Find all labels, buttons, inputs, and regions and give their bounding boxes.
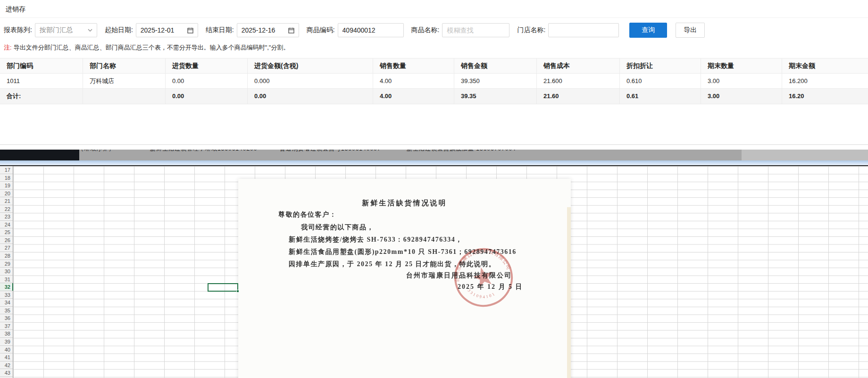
report-table-total-row: 合计:0.000.004.0039.3521.600.613.0016.20 <box>0 89 868 104</box>
product-name-input[interactable] <box>442 23 509 37</box>
table-total-cell: 3.00 <box>701 89 782 104</box>
table-total-cell: 0.00 <box>166 89 248 104</box>
embedded-notice-document: 新鲜生活缺货情况说明 尊敬的各位客户：我司经营的以下商品，新鲜生活烧烤签/烧烤去… <box>238 179 571 378</box>
report-table: 部门编码部门名称进货数量进货金额(含税)销售数量销售金额销售成本折扣折让期末数量… <box>0 58 868 104</box>
export-note: 注:导出文件分部门汇总、商品汇总、部门商品汇总三个表，不需分开导出。输入多个商品… <box>0 42 868 52</box>
panel-gap <box>0 145 868 150</box>
table-total-cell: 39.35 <box>454 89 537 104</box>
table-total-cell <box>83 89 166 104</box>
table-header-cell: 部门名称 <box>83 59 166 73</box>
table-cell: 21.600 <box>537 74 620 88</box>
report-panel: 进销存 报表陈列: 按部门汇总 起始日期: 2025-12-01 结束日期: 2… <box>0 0 868 145</box>
product-name-label: 商品名称: <box>411 26 440 34</box>
table-cell: 1011 <box>0 74 83 88</box>
table-header-cell: 期末数量 <box>701 59 782 73</box>
company-stamp: 台州市瑞康日用品科技有限公司 331094101 <box>448 242 519 313</box>
sheet-row-header[interactable]: 28 <box>0 252 13 260</box>
chevron-down-icon <box>88 29 92 32</box>
table-header-cell: 进货数量 <box>166 59 248 73</box>
table-header-cell: 销售金额 <box>454 59 537 73</box>
sheet-row-header[interactable]: 23 <box>0 213 13 221</box>
sheet-row-header[interactable]: 22 <box>0 205 13 213</box>
sheet-row-header[interactable]: 30 <box>0 268 13 276</box>
sheet-row-header[interactable]: 37 <box>0 322 13 330</box>
sheet-row-header[interactable]: 32 <box>0 283 13 291</box>
sheet-row-header[interactable]: 40 <box>0 346 13 354</box>
sheet-row-header[interactable]: 36 <box>0 314 13 322</box>
taskbar-strip[interactable]: 10（琳琅净界）新鲜生活连锁管理子琳琅13606140200普通消费者连锁直营号… <box>0 150 868 160</box>
sheet-row-headers[interactable]: 1718192021222324252627282930313233343536… <box>0 166 13 378</box>
table-total-cell: 0.61 <box>620 89 701 104</box>
sheet-row-header[interactable]: 24 <box>0 221 13 229</box>
sheet-row-header[interactable]: 31 <box>0 276 13 284</box>
spreadsheet[interactable]: 新鲜生活缺货情况说明 尊敬的各位客户：我司经营的以下商品，新鲜生活烧烤签/烧烤去… <box>0 166 868 378</box>
table-header-cell: 期末金额 <box>782 59 868 73</box>
sheet-row-header[interactable]: 34 <box>0 299 13 307</box>
table-cell: 39.350 <box>454 74 537 88</box>
end-date-value: 2025-12-16 <box>242 26 275 34</box>
sheet-row-header[interactable]: 27 <box>0 244 13 252</box>
product-code-label: 商品编码: <box>307 26 335 34</box>
table-cell: 0.000 <box>248 74 373 88</box>
table-header-cell: 销售成本 <box>537 59 620 73</box>
notice-line: 我司经营的以下商品， <box>301 223 374 232</box>
sheet-row-header[interactable]: 29 <box>0 260 13 268</box>
sheet-row-header[interactable]: 25 <box>0 228 13 236</box>
table-cell: 4.00 <box>373 74 454 88</box>
table-total-cell: 4.00 <box>373 89 454 104</box>
note-text: 导出文件分部门汇总、商品汇总、部门商品汇总三个表，不需分开导出。输入多个商品编码… <box>14 44 290 51</box>
sheet-row-header[interactable]: 41 <box>0 353 13 361</box>
note-prefix: 注: <box>4 44 12 51</box>
notice-line: 尊敬的各位客户： <box>278 210 337 219</box>
stamp-number: 331094101 <box>466 282 497 303</box>
sheet-row-header[interactable]: 39 <box>0 338 13 346</box>
notice-title: 新鲜生活缺货情况说明 <box>238 199 571 208</box>
taskbar-clipped-text: 普通消费者连锁直营号13606140007 <box>280 150 381 153</box>
sheet-grid[interactable]: 新鲜生活缺货情况说明 尊敬的各位客户：我司经营的以下商品，新鲜生活烧烤签/烧烤去… <box>13 166 868 378</box>
report-table-header-row: 部门编码部门名称进货数量进货金额(含税)销售数量销售金额销售成本折扣折让期末数量… <box>0 58 868 74</box>
notice-line: 新鲜生活烧烤签/烧烤去 SH-7633：6928947476334， <box>289 235 463 244</box>
taskbar-black-window[interactable] <box>0 150 79 160</box>
sheet-row-header[interactable]: 17 <box>0 166 13 174</box>
table-total-cell: 合计: <box>0 89 83 104</box>
table-header-cell: 销售数量 <box>373 59 454 73</box>
sheet-row-header[interactable]: 43 <box>0 369 13 377</box>
calendar-icon[interactable] <box>288 27 294 34</box>
product-code-input[interactable] <box>338 23 404 37</box>
table-header-cell: 折扣折让 <box>620 59 701 73</box>
sheet-row-header[interactable]: 19 <box>0 182 13 190</box>
table-total-cell: 16.20 <box>782 89 868 104</box>
calendar-icon[interactable] <box>187 27 193 34</box>
sheet-row-header[interactable]: 26 <box>0 236 13 244</box>
sheet-row-header[interactable]: 38 <box>0 330 13 338</box>
selected-cell[interactable] <box>208 283 238 292</box>
report-type-label: 报表陈列: <box>4 26 32 34</box>
query-button[interactable]: 查询 <box>629 23 667 38</box>
sheet-row-header[interactable]: 18 <box>0 174 13 182</box>
table-cell: 0.610 <box>620 74 701 88</box>
taskbar-clipped-text: 新鲜生活连锁管理子琳琅13606140200 <box>150 150 257 153</box>
export-button[interactable]: 导出 <box>676 23 705 38</box>
start-date-label: 起始日期: <box>105 26 133 34</box>
report-type-selected-value: 按部门汇总 <box>40 26 73 34</box>
start-date-input[interactable]: 2025-12-01 <box>136 23 198 37</box>
sheet-row-header[interactable]: 35 <box>0 307 13 315</box>
report-table-data-row: 1011万科城店0.000.0004.0039.35021.6000.6103.… <box>0 74 868 89</box>
report-type-select[interactable]: 按部门汇总 <box>35 23 97 37</box>
sheet-row-header[interactable]: 42 <box>0 361 13 370</box>
sheet-row-header[interactable]: 21 <box>0 197 13 205</box>
store-name-input[interactable] <box>548 23 619 37</box>
taskbar-clipped-text: 10（琳琅净界） <box>71 150 115 153</box>
table-total-cell: 21.60 <box>537 89 620 104</box>
sheet-row-header[interactable]: 33 <box>0 291 13 299</box>
end-date-label: 结束日期: <box>206 26 234 34</box>
sheet-row-header[interactable]: 20 <box>0 190 13 198</box>
table-cell: 3.00 <box>701 74 782 88</box>
svg-text:331094101: 331094101 <box>466 282 497 303</box>
table-cell: 万科城店 <box>83 74 166 88</box>
page-title: 进销存 <box>0 0 868 18</box>
store-name-label: 门店名称: <box>517 26 545 34</box>
fill-handle[interactable] <box>236 290 239 293</box>
end-date-input[interactable]: 2025-12-16 <box>237 23 299 37</box>
start-date-value: 2025-12-01 <box>141 26 175 34</box>
